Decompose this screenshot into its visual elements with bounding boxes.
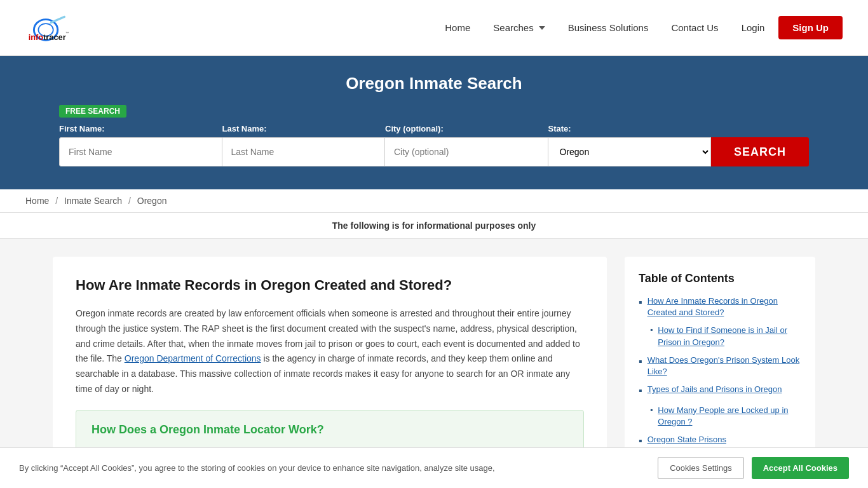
cookie-accept-button[interactable]: Accept All Cookies: [752, 457, 849, 479]
svg-line-2: [51, 17, 64, 22]
toc-item: ▪ How Are Inmate Records in Oregon Creat…: [639, 295, 801, 318]
toc-bullet-icon: ▪: [639, 355, 642, 369]
toc-link[interactable]: Oregon State Prisons: [648, 434, 726, 445]
nav-login[interactable]: Login: [733, 17, 774, 38]
toc-item: ▪ Oregon State Prisons: [639, 434, 801, 448]
toc-item: ▪ Types of Jails and Prisons in Oregon: [639, 384, 801, 398]
breadcrumb-home[interactable]: Home: [25, 196, 49, 206]
toc-bullet-icon: ▪: [639, 434, 642, 448]
logo-icon: info tracer ™: [25, 6, 70, 50]
breadcrumb-current: Oregon: [137, 196, 167, 206]
toc-bullet-icon: ▪: [639, 384, 642, 398]
banner-title: Oregon Inmate Search: [25, 74, 843, 93]
nav-searches[interactable]: Searches: [484, 17, 553, 38]
cookie-text: By clicking “Accept All Cookies”, you ag…: [19, 463, 645, 473]
site-header: info tracer ™ Home Searches Business Sol…: [0, 0, 868, 56]
state-group: State: Oregon Alabama Alaska California …: [548, 124, 712, 166]
toc-bullet-icon: ▪: [639, 295, 642, 309]
state-select[interactable]: Oregon Alabama Alaska California Florida…: [548, 137, 712, 166]
toc-item: ▪ How to Find if Someone is in Jail or P…: [639, 325, 801, 348]
toc-item: ▪ What Does Oregon's Prison System Look …: [639, 355, 801, 377]
toc-item: ▪ How Many People are Locked up in Orego…: [639, 405, 801, 428]
cookie-settings-button[interactable]: Cookies Settings: [658, 457, 744, 479]
state-label: State:: [548, 124, 712, 133]
article-heading: How Are Inmate Records in Oregon Created…: [76, 277, 584, 294]
toc-bullet-icon: ▪: [650, 325, 653, 336]
last-name-input[interactable]: [222, 137, 386, 166]
city-input[interactable]: [385, 137, 548, 166]
cookie-buttons: Cookies Settings Accept All Cookies: [658, 457, 849, 479]
first-name-group: First Name:: [59, 124, 222, 166]
toc-heading: Table of Contents: [639, 272, 801, 285]
search-fields: First Name: Last Name: City (optional): …: [59, 124, 809, 166]
nav-home[interactable]: Home: [436, 17, 479, 38]
breadcrumb-inmate-search[interactable]: Inmate Search: [64, 196, 122, 206]
svg-text:tracer: tracer: [43, 32, 66, 41]
search-button[interactable]: SEARCH: [711, 137, 809, 166]
free-search-badge: FREE SEARCH: [59, 105, 126, 118]
city-group: City (optional):: [385, 124, 548, 166]
nav-business[interactable]: Business Solutions: [559, 17, 658, 38]
nav-contact[interactable]: Contact Us: [662, 17, 727, 38]
green-box-heading: How Does a Oregon Inmate Locator Work?: [92, 423, 568, 437]
cookie-banner: By clicking “Accept All Cookies”, you ag…: [0, 447, 868, 488]
first-name-input[interactable]: [59, 137, 222, 166]
svg-text:™: ™: [65, 31, 69, 35]
city-label: City (optional):: [385, 124, 548, 133]
toc-link[interactable]: How Are Inmate Records in Oregon Created…: [648, 295, 801, 318]
toc-bullet-icon: ▪: [650, 405, 653, 416]
svg-text:info: info: [29, 32, 44, 41]
toc-link[interactable]: Types of Jails and Prisons in Oregon: [648, 384, 782, 395]
signup-button[interactable]: Sign Up: [778, 16, 843, 39]
toc-link[interactable]: What Does Oregon's Prison System Look Li…: [648, 355, 801, 377]
info-note: The following is for informational purpo…: [0, 213, 868, 239]
breadcrumb-sep-2: /: [128, 196, 131, 206]
search-banner: Oregon Inmate Search FREE SEARCH First N…: [0, 56, 868, 189]
breadcrumb: Home / Inmate Search / Oregon: [0, 189, 868, 213]
first-name-label: First Name:: [59, 124, 222, 133]
logo-area: info tracer ™: [25, 6, 70, 50]
breadcrumb-sep-1: /: [55, 196, 58, 206]
main-nav: Home Searches Business Solutions Contact…: [436, 16, 843, 39]
doc-link[interactable]: Oregon Department of Corrections: [125, 353, 261, 363]
chevron-down-icon: [539, 26, 545, 30]
article-paragraph-1: Oregon inmate records are created by law…: [76, 306, 584, 397]
last-name-label: Last Name:: [222, 124, 386, 133]
toc-link[interactable]: How Many People are Locked up in Oregon …: [658, 405, 801, 428]
last-name-group: Last Name:: [222, 124, 386, 166]
toc-link[interactable]: How to Find if Someone is in Jail or Pri…: [658, 325, 801, 348]
search-form-area: FREE SEARCH First Name: Last Name: City …: [59, 105, 809, 166]
